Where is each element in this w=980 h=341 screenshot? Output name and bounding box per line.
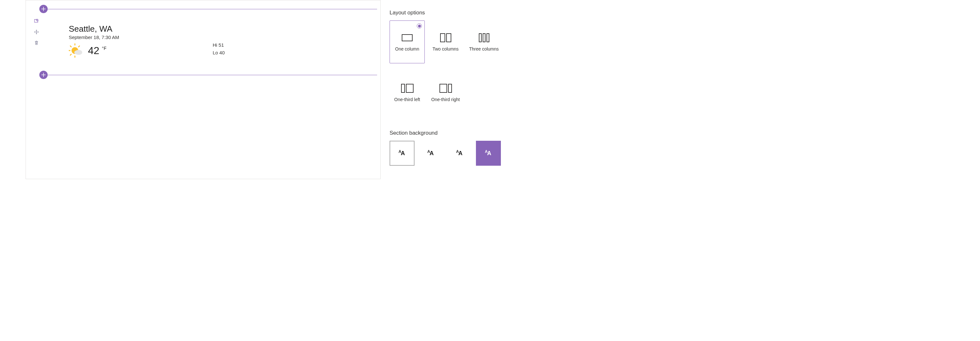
aa-icon: AA <box>456 150 463 156</box>
weather-hi: Hi 51 <box>213 41 225 49</box>
weather-main-col: Seattle, WA September 18, 7:30 AM <box>69 24 213 58</box>
trash-icon <box>34 40 39 45</box>
aa-icon: AA <box>427 150 434 156</box>
two-columns-icon <box>440 33 451 42</box>
add-section-divider-top <box>39 5 377 13</box>
one-third-left-icon <box>401 84 414 93</box>
weather-datetime: September 18, 7:30 AM <box>69 35 213 40</box>
section-background-heading: Section background <box>390 130 980 136</box>
add-section-divider-bottom <box>39 71 377 79</box>
background-strong[interactable]: AA <box>476 141 501 166</box>
aa-icon: AA <box>399 150 406 156</box>
add-section-button-bottom[interactable] <box>39 71 48 79</box>
svg-line-4 <box>70 46 71 47</box>
svg-line-6 <box>79 46 80 47</box>
plus-icon <box>41 7 46 11</box>
weather-webpart[interactable]: Seattle, WA September 18, 7:30 AM <box>69 24 380 58</box>
one-column-icon <box>402 33 413 42</box>
move-icon <box>34 29 39 35</box>
layout-options-grid: One column Two columns Three columns One… <box>390 21 980 114</box>
layout-label: Three columns <box>469 46 499 52</box>
plus-icon <box>41 73 46 77</box>
weather-partly-cloudy-icon <box>69 43 83 58</box>
weather-current: 42 °F <box>69 43 213 58</box>
move-webpart-button[interactable] <box>33 29 39 35</box>
layout-one-column[interactable]: One column <box>390 21 425 63</box>
page-canvas: Seattle, WA September 18, 7:30 AM <box>25 0 380 179</box>
layout-label: One-third right <box>431 97 460 103</box>
svg-line-5 <box>70 54 71 55</box>
radio-indicator-icon <box>417 23 422 29</box>
weather-hilo: Hi 51 Lo 40 <box>213 41 225 58</box>
divider-line <box>48 75 377 75</box>
layout-label: One-third left <box>395 97 420 103</box>
layout-three-columns[interactable]: Three columns <box>466 21 501 63</box>
add-section-button-top[interactable] <box>39 5 48 13</box>
background-none[interactable]: AA <box>390 141 415 166</box>
aa-icon: AA <box>485 150 492 156</box>
weather-unit: °F <box>102 46 107 51</box>
weather-location: Seattle, WA <box>69 24 213 34</box>
edit-webpart-button[interactable] <box>33 18 39 24</box>
layout-label: One column <box>395 46 419 52</box>
one-third-right-icon <box>439 84 452 93</box>
three-columns-icon <box>479 33 489 42</box>
section-background-row: AA AA AA AA <box>390 141 980 166</box>
layout-two-columns[interactable]: Two columns <box>428 21 463 63</box>
layout-one-third-left[interactable]: One-third left <box>390 71 425 114</box>
edit-icon <box>33 18 39 24</box>
weather-lo: Lo 40 <box>213 49 225 57</box>
svg-point-8 <box>74 51 79 54</box>
layout-label: Two columns <box>433 46 459 52</box>
layout-options-heading: Layout options <box>390 10 980 16</box>
delete-webpart-button[interactable] <box>33 40 39 46</box>
webpart-toolbar <box>33 18 39 46</box>
background-neutral[interactable]: AA <box>418 141 443 166</box>
background-soft[interactable]: AA <box>447 141 472 166</box>
weather-temperature: 42 <box>88 45 99 57</box>
section-property-panel: Layout options One column Two columns Th… <box>380 0 980 341</box>
layout-one-third-right[interactable]: One-third right <box>428 71 463 114</box>
page-canvas-area: Seattle, WA September 18, 7:30 AM <box>0 0 380 341</box>
